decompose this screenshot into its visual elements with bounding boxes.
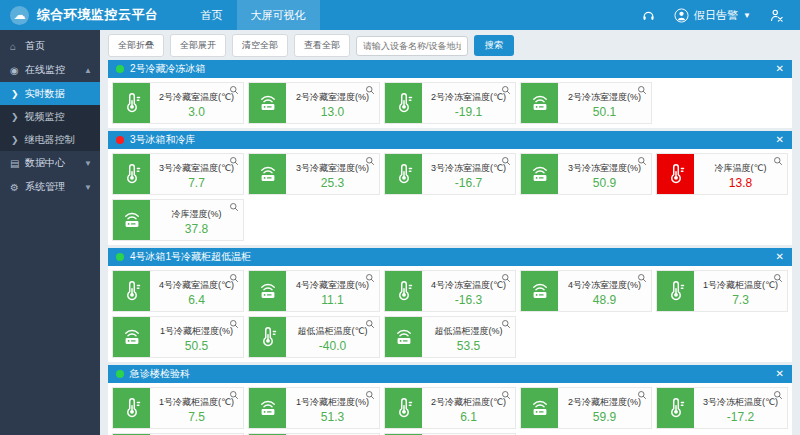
magnifier-icon[interactable] — [501, 85, 511, 95]
sensor-value: -16.7 — [455, 176, 482, 190]
magnifier-icon[interactable] — [501, 156, 511, 166]
sidebar-item-data-center[interactable]: ▤ 数据中心 ▼ — [0, 151, 100, 175]
sensor-card[interactable]: 4号冷冻室湿度(%)48.9 — [520, 270, 652, 312]
sidebar-item-relay-control[interactable]: ❯ 继电器控制 — [0, 128, 100, 151]
sidebar-item-label: 系统管理 — [25, 180, 65, 194]
magnifier-icon[interactable] — [637, 390, 647, 400]
sensor-card[interactable]: 4号冷藏室温度(℃)6.4 — [112, 270, 244, 312]
sensor-value: 13.8 — [729, 176, 752, 190]
close-icon[interactable]: ✕ — [776, 135, 784, 145]
sensor-card[interactable]: 3号冷藏室湿度(%)25.3 — [248, 153, 380, 195]
magnifier-icon[interactable] — [501, 390, 511, 400]
sidebar-item-system-management[interactable]: ⚙ 系统管理 ▼ — [0, 175, 100, 199]
sensor-card[interactable]: 1号冷藏柜湿度(%)51.3 — [248, 387, 380, 429]
humidity-sensor-icon — [113, 200, 150, 240]
sensor-card[interactable]: 2号冷冻室温度(℃)-19.1 — [384, 82, 516, 124]
magnifier-icon[interactable] — [365, 156, 375, 166]
magnifier-icon[interactable] — [637, 273, 647, 283]
magnifier-icon[interactable] — [365, 273, 375, 283]
magnifier-icon[interactable] — [773, 390, 783, 400]
sensor-card[interactable]: 超低温柜湿度(%)53.5 — [384, 316, 516, 358]
magnifier-icon[interactable] — [365, 319, 375, 329]
sidebar: ⌂ 首页 ◉ 在线监控 ▲ ❯ 实时数据 ❯ 视频监控 ❯ 继电器控制 ▤ 数据… — [0, 30, 100, 435]
sensor-value: 6.4 — [188, 293, 205, 307]
magnifier-icon[interactable] — [637, 85, 647, 95]
sensor-label: 1号冷藏柜湿度(%) — [160, 325, 233, 338]
logout-icon[interactable] — [769, 8, 784, 23]
sensor-card[interactable]: 冷库温度(℃)13.8 — [656, 153, 788, 195]
sidebar-item-home[interactable]: ⌂ 首页 — [0, 34, 100, 58]
user-menu[interactable]: 假日告警 ▼ — [674, 8, 751, 23]
sensor-value: 50.1 — [593, 105, 616, 119]
sensor-card[interactable]: 2号冷藏柜温度(℃)6.1 — [384, 387, 516, 429]
top-nav: 首页 大屏可视化 — [187, 0, 320, 30]
sensor-label: 2号冷藏柜温度(℃) — [431, 396, 506, 409]
panel-title: 2号冷藏冷冻冰箱 — [130, 62, 206, 76]
sensor-label: 1号冷藏柜温度(℃) — [159, 396, 234, 409]
chevron-down-icon: ▼ — [743, 11, 751, 20]
magnifier-icon[interactable] — [365, 390, 375, 400]
top-nav-dashboard[interactable]: 大屏可视化 — [237, 0, 320, 30]
magnifier-icon[interactable] — [229, 85, 239, 95]
sensor-card[interactable]: 2号冷藏柜湿度(%)59.9 — [520, 387, 652, 429]
thermometer-icon — [385, 271, 422, 311]
sensor-card[interactable]: 2号冷藏室湿度(%)13.0 — [248, 82, 380, 124]
sensor-value: 59.9 — [593, 410, 616, 424]
headset-icon[interactable] — [641, 8, 656, 23]
close-icon[interactable]: ✕ — [776, 369, 784, 379]
sensor-card[interactable]: 4号冷藏室湿度(%)11.1 — [248, 270, 380, 312]
humidity-sensor-icon — [249, 388, 286, 428]
thermometer-icon — [385, 388, 422, 428]
sensor-card[interactable]: 3号冷冻室湿度(%)50.9 — [520, 153, 652, 195]
sensor-card[interactable]: 3号冷藏室温度(℃)7.7 — [112, 153, 244, 195]
close-icon[interactable]: ✕ — [776, 64, 784, 74]
magnifier-icon[interactable] — [229, 156, 239, 166]
status-dot — [116, 370, 124, 378]
thermometer-icon — [249, 317, 286, 357]
sidebar-item-label: 数据中心 — [25, 156, 65, 170]
collapse-all-button[interactable]: 全部折叠 — [108, 34, 164, 57]
magnifier-icon[interactable] — [501, 319, 511, 329]
humidity-sensor-icon — [249, 271, 286, 311]
sensor-label: 冷库温度(℃) — [714, 162, 766, 175]
sidebar-item-online-monitoring[interactable]: ◉ 在线监控 ▲ — [0, 58, 100, 82]
sensor-card[interactable]: 超低温柜温度(℃)-40.0 — [248, 316, 380, 358]
sensor-card[interactable]: 3号冷冻柜温度(℃)-17.2 — [656, 387, 788, 429]
search-input[interactable] — [356, 36, 468, 56]
magnifier-icon[interactable] — [229, 319, 239, 329]
sidebar-item-label: 在线监控 — [25, 63, 65, 77]
sensor-card[interactable]: 1号冷藏柜温度(℃)7.3 — [656, 270, 788, 312]
chevron-up-icon: ▲ — [84, 66, 92, 75]
sensor-card[interactable]: 1号冷藏柜湿度(%)50.5 — [112, 316, 244, 358]
magnifier-icon[interactable] — [773, 156, 783, 166]
view-all-button[interactable]: 查看全部 — [294, 34, 350, 57]
magnifier-icon[interactable] — [229, 390, 239, 400]
sensor-card[interactable]: 4号冷冻室温度(℃)-16.3 — [384, 270, 516, 312]
magnifier-icon[interactable] — [773, 273, 783, 283]
expand-all-button[interactable]: 全部展开 — [170, 34, 226, 57]
sensor-value: 3.0 — [188, 105, 205, 119]
sensor-label: 4号冷藏室温度(℃) — [159, 279, 234, 292]
sensor-card[interactable]: 1号冷藏柜温度(℃)7.5 — [112, 387, 244, 429]
panel-body: 3号冷藏室温度(℃)7.73号冷藏室湿度(%)25.33号冷冻室温度(℃)-16… — [108, 149, 792, 245]
sensor-value: -40.0 — [319, 339, 346, 353]
search-button[interactable]: 搜索 — [474, 35, 514, 56]
magnifier-icon[interactable] — [229, 202, 239, 212]
sensor-card[interactable]: 3号冷冻室温度(℃)-16.7 — [384, 153, 516, 195]
close-icon[interactable]: ✕ — [776, 252, 784, 262]
sensor-card[interactable]: 冷库湿度(%)37.8 — [112, 199, 244, 241]
sensor-label: 4号冷冻室湿度(%) — [568, 279, 641, 292]
sensor-card[interactable]: 2号冷冻室湿度(%)50.1 — [520, 82, 652, 124]
magnifier-icon[interactable] — [501, 273, 511, 283]
clear-all-button[interactable]: 清空全部 — [232, 34, 288, 57]
magnifier-icon[interactable] — [637, 156, 647, 166]
status-dot — [116, 253, 124, 261]
panel-title: 急诊楼检验科 — [130, 367, 190, 381]
magnifier-icon[interactable] — [229, 273, 239, 283]
sensor-card[interactable]: 2号冷藏室温度(℃)3.0 — [112, 82, 244, 124]
sidebar-item-realtime-data[interactable]: ❯ 实时数据 — [0, 82, 100, 105]
magnifier-icon[interactable] — [365, 85, 375, 95]
humidity-sensor-icon — [113, 317, 150, 357]
sidebar-item-video-monitoring[interactable]: ❯ 视频监控 — [0, 105, 100, 128]
top-nav-home[interactable]: 首页 — [187, 0, 237, 30]
